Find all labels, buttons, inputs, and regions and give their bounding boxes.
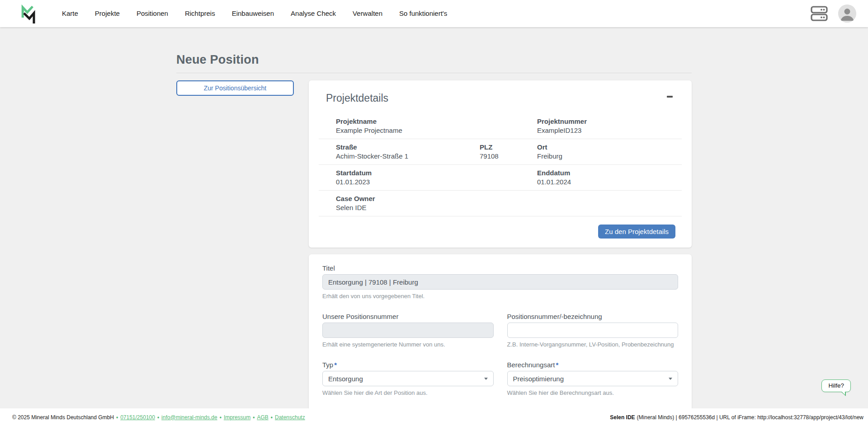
- titel-label: Titel: [322, 264, 678, 272]
- typ-group: Typ* Entsorgung Wählen Sie hier die Art …: [322, 361, 494, 396]
- field-case-owner: Case Owner Selen IDE: [319, 195, 682, 211]
- table-row: Startdatum 01.01.2023 Enddatum 01.01.202…: [319, 165, 682, 191]
- unsere-positionsnummer-label: Unsere Positionsnummer: [322, 313, 494, 320]
- server-stack-icon[interactable]: [810, 5, 828, 22]
- berechnungsart-select[interactable]: Preisoptimierung: [507, 371, 679, 386]
- field-plz: PLZ 79108: [472, 143, 530, 160]
- footer-link-impressum[interactable]: Impressum: [224, 414, 250, 421]
- separator: •: [157, 414, 159, 421]
- berechnungsart-label: Berechnungsart*: [507, 361, 679, 369]
- chevron-down-icon: [669, 378, 672, 380]
- nav-verwalten[interactable]: Verwalten: [353, 9, 382, 17]
- titel-input: [322, 274, 678, 290]
- separator: •: [253, 414, 255, 421]
- nav-karte[interactable]: Karte: [62, 9, 78, 17]
- positionsnummer-helper: Z.B. Interne-Vorgangsnummer, LV-Position…: [507, 341, 679, 348]
- positionsnummer-group: Positionsnummer/-bezeichnung Z.B. Intern…: [507, 313, 679, 348]
- footer: © 2025 Mineral Minds Deutschland GmbH • …: [0, 408, 868, 426]
- separator: •: [220, 414, 222, 421]
- nav-so-funktionierts[interactable]: So funktioniert's: [399, 9, 447, 17]
- mineral-minds-logo[interactable]: [19, 4, 38, 23]
- position-form-card: Titel Erhält den von uns vorgegebenen Ti…: [309, 254, 692, 426]
- nav-analyse-check[interactable]: Analyse Check: [291, 9, 336, 17]
- typ-select[interactable]: Entsorgung: [322, 371, 494, 386]
- nav-einbauweisen[interactable]: Einbauweisen: [232, 9, 274, 17]
- positionsnummer-input[interactable]: [507, 323, 679, 338]
- separator: •: [116, 414, 118, 421]
- field-strasse: Straße Achim-Stocker-Straße 1: [319, 143, 472, 160]
- field-projektname: Projektname Example Projectname: [319, 117, 530, 134]
- footer-link-datenschutz[interactable]: Datenschutz: [275, 414, 305, 421]
- unsere-positionsnummer-input: [322, 323, 494, 338]
- top-navbar: Karte Projekte Positionen Richtpreis Ein…: [0, 0, 868, 27]
- unsere-positionsnummer-group: Unsere Positionsnummer Erhält eine syste…: [322, 313, 494, 348]
- minus-icon: [667, 96, 673, 98]
- project-details-button[interactable]: Zu den Projektdetails: [598, 225, 675, 239]
- copyright-text: © 2025 Mineral Minds Deutschland GmbH: [12, 414, 114, 421]
- collapse-card-button[interactable]: [665, 92, 675, 101]
- berechnungsart-group: Berechnungsart* Preisoptimierung Wählen …: [507, 361, 679, 409]
- chevron-down-icon: [484, 378, 488, 380]
- project-details-card: Projektdetails Projektname Example Proje…: [309, 80, 692, 248]
- title-divider: [176, 73, 692, 73]
- help-button[interactable]: Hilfe?: [821, 379, 851, 392]
- titel-field-group: Titel Erhält den von uns vorgegebenen Ti…: [322, 264, 678, 300]
- project-details-table: Projektname Example Projectname Projektn…: [319, 113, 682, 216]
- field-ort: Ort Freiburg: [530, 143, 682, 160]
- field-startdatum: Startdatum 01.01.2023: [319, 169, 530, 186]
- avatar-icon[interactable]: [838, 5, 856, 23]
- typ-helper: Wählen Sie hier die Art der Position aus…: [322, 389, 494, 396]
- berechnungsart-helper: Wählen Sie hier die Berechnungsart aus.: [507, 389, 679, 396]
- table-row: Case Owner Selen IDE: [319, 191, 682, 216]
- field-projektnummer: Projektnummer ExampleID123: [530, 117, 682, 134]
- typ-label: Typ*: [322, 361, 494, 369]
- required-mark: *: [556, 361, 558, 369]
- table-row: Projektname Example Projectname Projektn…: [319, 113, 682, 139]
- nav-positionen[interactable]: Positionen: [137, 9, 168, 17]
- session-details: (Mineral Minds) | 69576255536d | URL of …: [637, 414, 863, 421]
- unsere-positionsnummer-helper: Erhält eine systemgenerierte Nummer von …: [322, 341, 494, 348]
- project-card-title: Projektdetails: [326, 92, 388, 104]
- main-nav: Karte Projekte Positionen Richtpreis Ein…: [62, 9, 447, 18]
- session-user: Selen IDE: [610, 414, 635, 421]
- table-row: Straße Achim-Stocker-Straße 1 PLZ 79108 …: [319, 139, 682, 165]
- nav-richtpreis[interactable]: Richtpreis: [185, 9, 215, 17]
- footer-link-phone[interactable]: 07151/250100: [120, 414, 155, 421]
- main-content: Neue Position Zur Positionsübersicht Pro…: [0, 27, 868, 426]
- separator: •: [271, 414, 273, 421]
- positions-overview-button[interactable]: Zur Positionsübersicht: [176, 80, 294, 96]
- positionsnummer-label: Positionsnummer/-bezeichnung: [507, 313, 679, 320]
- titel-helper: Erhält den von uns vorgegebenen Titel.: [322, 293, 678, 300]
- nav-projekte[interactable]: Projekte: [95, 9, 120, 17]
- field-enddatum: Enddatum 01.01.2024: [530, 169, 682, 186]
- required-mark: *: [334, 361, 337, 369]
- header-actions: [810, 5, 856, 23]
- footer-link-agb[interactable]: AGB: [257, 414, 268, 421]
- page-title: Neue Position: [176, 53, 692, 67]
- session-info: Selen IDE (Mineral Minds) | 69576255536d…: [610, 414, 863, 421]
- footer-link-email[interactable]: info@mineral-minds.de: [161, 414, 217, 421]
